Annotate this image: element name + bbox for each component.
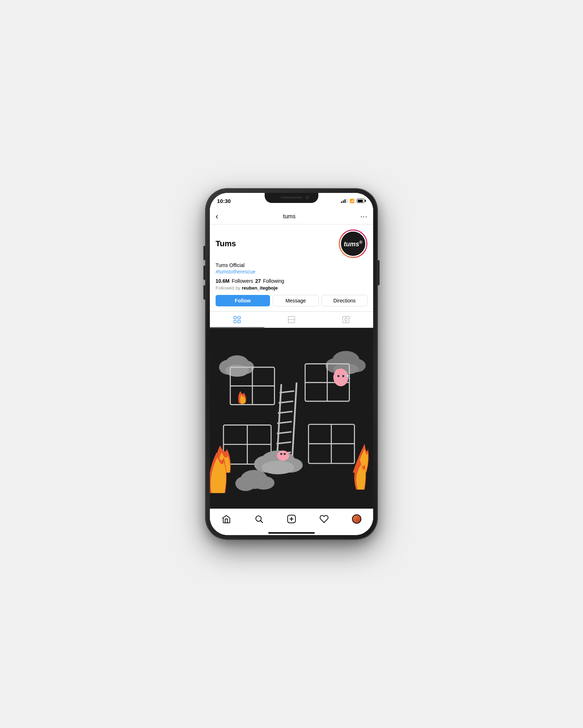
svg-point-14 <box>225 364 249 377</box>
svg-point-50 <box>277 451 289 461</box>
bottom-nav <box>210 509 373 533</box>
grid-icon <box>233 315 241 324</box>
tab-list[interactable] <box>264 312 319 327</box>
home-indicator <box>210 533 373 535</box>
avatar-brand-text: tums <box>344 241 359 248</box>
notch <box>265 193 318 203</box>
followed-by-username: reuben_itegboje <box>242 285 278 291</box>
home-bar <box>268 532 315 534</box>
follow-button[interactable]: Follow <box>216 295 270 306</box>
svg-point-29 <box>349 377 350 379</box>
stats-row: 10.6M Followers 27 Following <box>216 278 367 284</box>
signal-icon <box>341 199 347 203</box>
profile-bio: Tums Official #tumstotherescue <box>216 262 367 275</box>
svg-point-27 <box>342 375 344 377</box>
directions-button[interactable]: Directions <box>322 295 367 306</box>
screen: 10:30 📶 ‹ tums · <box>210 193 373 535</box>
avatar-text: tums® <box>344 240 362 248</box>
svg-point-52 <box>284 453 286 455</box>
notch-speaker <box>281 196 302 199</box>
more-button[interactable]: ··· <box>360 212 367 220</box>
followed-by-prefix: Followed by <box>216 285 240 291</box>
profile-nav-avatar <box>352 514 361 524</box>
avatar-registered: ® <box>359 240 362 245</box>
profile-section: Tums tums® Tums Official #tumstotherescu… <box>210 224 373 311</box>
phone-frame: 10:30 📶 ‹ tums · <box>206 189 377 539</box>
add-icon <box>287 514 296 524</box>
search-icon <box>254 514 264 524</box>
nav-search[interactable] <box>252 512 266 526</box>
svg-rect-3 <box>238 320 240 323</box>
nav-bar: ‹ tums ··· <box>210 209 373 224</box>
svg-point-28 <box>347 374 349 377</box>
tab-tagged[interactable] <box>319 312 373 327</box>
svg-rect-0 <box>234 316 236 319</box>
message-button[interactable]: Message <box>273 295 319 306</box>
tab-bar <box>210 311 373 328</box>
nav-home[interactable] <box>219 512 233 526</box>
followers-count: 10.6M <box>216 278 230 284</box>
followed-by: Followed by reuben_itegboje <box>216 285 367 291</box>
home-icon <box>222 514 231 524</box>
tums-illustration <box>210 328 373 509</box>
heart-icon <box>319 514 329 524</box>
following-label: Following <box>263 278 284 284</box>
phone-inner: 10:30 📶 ‹ tums · <box>210 193 373 535</box>
svg-point-54 <box>235 476 256 491</box>
status-time: 10:30 <box>217 198 231 204</box>
svg-rect-2 <box>234 320 236 323</box>
status-icons: 📶 <box>341 199 365 203</box>
svg-rect-1 <box>238 316 240 319</box>
status-bar: 10:30 📶 <box>210 193 373 209</box>
nav-title: tums <box>283 213 295 220</box>
followers-label: Followers <box>232 278 253 284</box>
svg-point-7 <box>344 318 347 321</box>
wifi-icon: 📶 <box>350 199 355 203</box>
following-count: 27 <box>255 278 261 284</box>
avatar-inner: tums® <box>340 230 366 257</box>
profile-name: Tums <box>216 239 236 248</box>
tums-scene <box>210 328 373 509</box>
svg-line-57 <box>261 520 263 523</box>
profile-header: Tums tums® <box>216 229 367 258</box>
bio-hashtag[interactable]: #tumstotherescue <box>216 269 367 275</box>
svg-point-56 <box>256 516 261 521</box>
action-buttons: Follow Message Directions <box>216 295 367 306</box>
tab-grid[interactable] <box>210 312 264 327</box>
feed-container <box>210 328 373 509</box>
battery-icon <box>357 199 365 203</box>
svg-point-51 <box>280 453 283 455</box>
nav-profile[interactable] <box>350 512 364 526</box>
svg-point-26 <box>337 375 339 377</box>
back-button[interactable]: ‹ <box>216 212 218 221</box>
svg-point-55 <box>253 476 275 490</box>
nav-add[interactable] <box>284 512 299 526</box>
bio-name: Tums Official <box>216 262 367 268</box>
list-icon <box>287 315 296 324</box>
tagged-icon <box>342 315 350 324</box>
nav-heart[interactable] <box>317 512 331 526</box>
svg-point-49 <box>261 461 294 474</box>
avatar-container[interactable]: tums® <box>339 229 367 258</box>
notch-camera <box>305 196 309 199</box>
